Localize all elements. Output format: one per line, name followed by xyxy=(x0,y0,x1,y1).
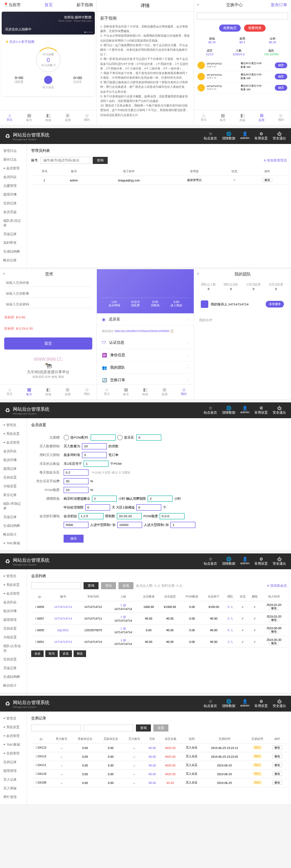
setting-input[interactable] xyxy=(92,496,117,502)
setting-input[interactable] xyxy=(79,513,104,519)
sidebar-item[interactable]: 元盟管理 xyxy=(0,181,27,190)
nav-0[interactable]: ☆站点首页 xyxy=(204,406,217,415)
nav-2[interactable]: 👤admin xyxy=(240,557,249,566)
setting-input[interactable] xyxy=(64,522,89,528)
nav-mall[interactable]: ◧商城 xyxy=(239,113,245,122)
setting-radio[interactable] xyxy=(64,435,69,440)
nav-1[interactable]: 🌐清除数据 xyxy=(222,557,235,566)
sidebar-item[interactable]: 交易记录 xyxy=(0,199,27,208)
sidebar-item[interactable]: 充入记录 xyxy=(0,775,27,784)
nav-2[interactable]: 👤admin xyxy=(240,406,249,415)
bulk-button[interactable]: 反选 xyxy=(59,650,72,657)
bean-icon[interactable] xyxy=(44,76,52,84)
sidebar-item[interactable]: 管理员 xyxy=(0,572,27,580)
sidebar-item[interactable]: 组队/占条信息 xyxy=(0,642,27,655)
search-input-2[interactable] xyxy=(84,724,133,732)
search-button[interactable]: 查询 xyxy=(93,157,108,164)
sidebar-item[interactable]: 提现管理 xyxy=(0,766,27,775)
save-button[interactable]: 保存 xyxy=(64,535,84,543)
bulk-button[interactable]: 全选 xyxy=(31,650,44,657)
tab-buy[interactable]: 我要购买 xyxy=(219,25,241,32)
nav-mall[interactable]: ◧商城 xyxy=(45,113,51,122)
nav-app[interactable]: ⊞应用 xyxy=(65,113,71,122)
beans-item[interactable]: ◉总乐豆› xyxy=(97,313,193,326)
setting-radio[interactable] xyxy=(117,435,123,440)
sidebar-item[interactable]: 充值记录 xyxy=(0,513,27,521)
sidebar-item[interactable]: 系统设置 xyxy=(0,723,27,732)
nav-1[interactable]: 🌐清除数据 xyxy=(222,131,235,141)
settings-button[interactable]: 设置 xyxy=(153,724,168,732)
back-icon[interactable]: ‹ xyxy=(3,271,5,277)
sidebar-item[interactable]: 提现管理 xyxy=(0,615,27,624)
setting-input[interactable] xyxy=(64,469,89,476)
sidebar-item[interactable]: TMC商城 xyxy=(0,740,27,749)
sidebar-item[interactable]: 管理员 xyxy=(0,421,27,429)
bulk-button[interactable]: 删选 xyxy=(74,650,86,657)
tab-guide[interactable]: 新手指南 xyxy=(76,2,93,8)
nav-0[interactable]: ☆站点首页 xyxy=(204,557,217,566)
pwd-input[interactable] xyxy=(4,301,92,308)
sidebar-item[interactable]: 会员列表 xyxy=(0,598,27,607)
setting-input[interactable] xyxy=(117,513,142,519)
setting-input[interactable] xyxy=(64,487,89,493)
sidebar-item[interactable]: 组员详情 xyxy=(0,607,27,615)
sidebar-item[interactable]: 会员管理 xyxy=(0,438,27,447)
sidebar-item[interactable]: 会员管理 xyxy=(0,732,27,740)
setting-input[interactable] xyxy=(64,478,89,484)
setting-input[interactable] xyxy=(91,434,116,441)
nav-1[interactable]: 🌐清除数据 xyxy=(222,406,235,415)
edit-button[interactable]: 修改 xyxy=(262,178,272,182)
sidebar-item[interactable]: 会员管理 xyxy=(0,164,27,173)
sidebar-item[interactable]: 管理日志 xyxy=(0,146,27,155)
sidebar-item[interactable]: 充值记录 xyxy=(0,230,27,238)
sidebar-item[interactable]: 会员管理 xyxy=(0,589,27,598)
sidebar-item[interactable]: 交易设置 xyxy=(0,655,27,664)
nav-0[interactable]: ☆站点首页 xyxy=(204,699,217,708)
sidebar-item[interactable]: 系统设置 xyxy=(0,580,27,589)
sidebar-item[interactable]: 分组设置 xyxy=(0,482,27,491)
confirm-button[interactable]: 确定 xyxy=(275,62,287,68)
back-icon[interactable]: ‹ xyxy=(197,2,199,8)
nav-4[interactable]: ⏻安全退出 xyxy=(273,406,286,415)
setting-input[interactable] xyxy=(82,443,107,449)
search-input[interactable] xyxy=(197,12,288,20)
banner[interactable]: 在线化·超种大数据 Block Chain · Motion Big Data … xyxy=(2,12,95,35)
setting-input[interactable] xyxy=(170,522,195,528)
sidebar-item[interactable]: 帐目记录 xyxy=(0,256,27,265)
sidebar-item[interactable]: 提现记录 xyxy=(0,464,27,473)
setting-input[interactable] xyxy=(136,434,161,441)
nav-market[interactable]: ▦集市 xyxy=(220,113,226,122)
nav-3[interactable]: ⚙常用设置 xyxy=(254,557,268,566)
menu-item[interactable]: 🆔身份信息› xyxy=(97,349,193,362)
nav-4[interactable]: ⏻安全退出 xyxy=(273,699,286,708)
sidebar-item[interactable]: 系统设置 xyxy=(0,429,27,438)
nav-3[interactable]: ⚙常用设置 xyxy=(254,406,268,415)
nav-home[interactable]: ⌂首页 xyxy=(201,113,207,122)
publish-order[interactable]: 发布订单 xyxy=(271,2,287,8)
setting-input[interactable] xyxy=(82,452,107,458)
tab-sell[interactable]: 我要同类 xyxy=(244,25,266,32)
search-button[interactable]: 查询 xyxy=(84,582,99,589)
sidebar-item[interactable]: 生成结构树 xyxy=(0,672,27,681)
sidebar-item[interactable]: 操作日志 xyxy=(0,155,27,164)
sidebar-item[interactable]: 帐目统计 xyxy=(0,681,27,690)
nav-2[interactable]: 👤admin xyxy=(240,699,249,708)
search-button[interactable]: 查询 xyxy=(136,724,151,732)
sidebar-item[interactable]: 实时即查 xyxy=(0,238,27,247)
add-admin-link[interactable]: ⊕ 添加新管理员 xyxy=(264,158,287,163)
setting-input[interactable] xyxy=(85,504,110,511)
sidebar-item[interactable]: 组队/市场记录 xyxy=(0,499,27,513)
sidebar-item[interactable]: 会员充值 xyxy=(0,208,27,216)
nav-me[interactable]: ☺我的 xyxy=(84,113,90,122)
setting-input[interactable] xyxy=(148,496,173,502)
sidebar-item[interactable]: 交易记录 xyxy=(0,758,27,766)
sidebar-item[interactable]: 会员列表 xyxy=(0,173,27,181)
nav-home[interactable]: ⌂首页 xyxy=(7,113,12,122)
sidebar-item[interactable]: TMC商城 xyxy=(0,539,27,548)
setting-input[interactable] xyxy=(117,522,142,528)
sidebar-item[interactable]: 充值记录 xyxy=(0,664,27,672)
nav-me[interactable]: ☺我的 xyxy=(278,113,284,122)
menu-item[interactable]: 🛡认证信息› xyxy=(97,337,193,349)
sidebar-item[interactable]: 提现详情 xyxy=(0,190,27,199)
search-input[interactable] xyxy=(31,724,81,732)
